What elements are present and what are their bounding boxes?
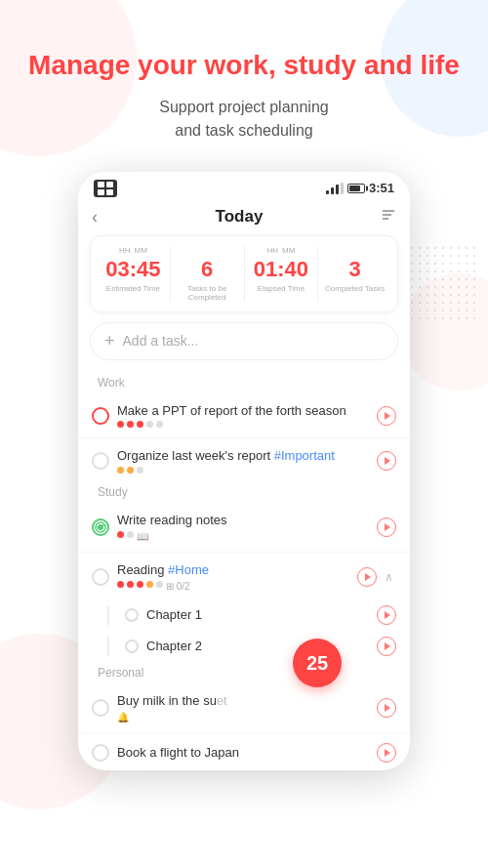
task-text: Make a PPT of report of the forth season — [117, 403, 369, 420]
stat-completed-tasks: 3 Completed Tasks — [318, 246, 391, 302]
task-play-button[interactable] — [377, 743, 396, 763]
task-text: Book a flight to Japan — [117, 745, 369, 762]
priority-dots: 📖 — [117, 531, 369, 542]
bell-icon: 🔔 — [117, 712, 129, 723]
task-play-button[interactable] — [377, 451, 396, 471]
task-tag: #Important — [274, 448, 335, 463]
task-item: Write reading notes 📖 — [78, 505, 410, 550]
add-task-bar[interactable]: + Add a task... — [90, 322, 398, 360]
task-text: Organize last week's report #Important — [117, 448, 369, 465]
task-expand-button[interactable]: ∧ — [381, 569, 396, 585]
task-item: Buy milk in the suet 🔔 — [78, 685, 410, 730]
battery-icon — [347, 184, 365, 193]
sort-button[interactable] — [381, 207, 396, 227]
app-icon — [94, 180, 117, 197]
svg-rect-3 — [106, 189, 113, 195]
divider — [78, 732, 410, 733]
section-label-personal: Personal — [78, 662, 410, 685]
section-label-work: Work — [78, 372, 410, 395]
subtask-item: Chapter 2 — [78, 631, 410, 662]
svg-rect-1 — [106, 182, 113, 187]
svg-rect-2 — [98, 189, 104, 195]
task-progress: ⊞ 0/2 — [166, 581, 190, 592]
subtask-play-button[interactable] — [377, 637, 396, 656]
add-task-placeholder: Add a task... — [123, 333, 199, 349]
task-play-button[interactable] — [377, 517, 396, 537]
subtask-item: Chapter 1 — [78, 599, 410, 631]
time-display: 3:51 — [369, 181, 394, 195]
task-text: Buy milk in the suet — [117, 693, 369, 710]
svg-rect-0 — [98, 182, 104, 187]
task-checkbox[interactable] — [92, 407, 109, 425]
task-item: Reading #Home ⊞ 0/2 ∧ — [78, 555, 410, 599]
subtask-checkbox[interactable] — [125, 608, 139, 622]
task-content: Make a PPT of report of the forth season — [117, 403, 369, 429]
book-icon: 📖 — [137, 531, 148, 542]
floating-badge[interactable]: 25 — [293, 639, 342, 687]
task-meta: 🔔 — [117, 712, 369, 723]
task-item: Book a flight to Japan — [78, 735, 410, 770]
task-checkbox[interactable] — [92, 699, 109, 717]
priority-dots: ⊞ 0/2 — [117, 581, 349, 592]
task-tag: #Home — [168, 562, 209, 577]
status-right: 3:51 — [326, 181, 394, 195]
app-header: ‹ Today — [78, 201, 410, 235]
subtask-line — [107, 605, 109, 625]
task-checkbox[interactable] — [92, 568, 109, 586]
divider — [78, 552, 410, 553]
task-play-button[interactable] — [377, 698, 396, 718]
stat-elapsed-time: HHMM 01:40 Elapsed Time — [245, 246, 319, 302]
subtask-line — [107, 637, 109, 656]
task-actions: ∧ — [357, 567, 396, 587]
page-subheadline: Support project planning and task schedu… — [159, 96, 328, 143]
task-content: Reading #Home ⊞ 0/2 — [117, 562, 349, 592]
phone-mockup: 3:51 ‹ Today HHMM 03:45 Estimated Time — [78, 172, 410, 770]
section-label-study: Study — [78, 481, 410, 505]
svg-point-7 — [96, 522, 105, 532]
task-play-button[interactable] — [357, 567, 377, 587]
task-text: Reading #Home — [117, 562, 349, 579]
task-item: Organize last week's report #Important — [78, 440, 410, 481]
stat-estimated-time: HHMM 03:45 Estimated Time — [97, 246, 171, 302]
priority-dots — [117, 421, 369, 428]
task-checkbox-reading[interactable] — [92, 518, 109, 536]
stat-tasks-to-complete: 6 Tasks to beCompleted — [171, 246, 245, 302]
task-checkbox[interactable] — [92, 744, 109, 762]
stats-bar: HHMM 03:45 Estimated Time 6 Tasks to beC… — [90, 235, 398, 312]
header-title: Today — [216, 207, 264, 227]
divider — [78, 437, 410, 438]
add-plus-icon: + — [104, 331, 115, 351]
task-play-button[interactable] — [377, 406, 396, 426]
task-content: Organize last week's report #Important — [117, 448, 369, 474]
subtask-play-button[interactable] — [377, 605, 396, 625]
task-text: Write reading notes — [117, 513, 369, 529]
subtask-text: Chapter 1 — [146, 607, 369, 624]
task-item: Make a PPT of report of the forth season — [78, 395, 410, 436]
priority-dots — [117, 467, 369, 474]
signal-icon — [326, 183, 344, 194]
subtask-checkbox[interactable] — [125, 640, 139, 653]
status-bar: 3:51 — [78, 172, 410, 201]
task-content: Write reading notes 📖 — [117, 513, 369, 542]
page-headline: Manage your work, study and life — [9, 49, 479, 82]
task-content: Buy milk in the suet 🔔 — [117, 693, 369, 723]
task-checkbox[interactable] — [92, 452, 109, 470]
back-button[interactable]: ‹ — [92, 207, 98, 227]
